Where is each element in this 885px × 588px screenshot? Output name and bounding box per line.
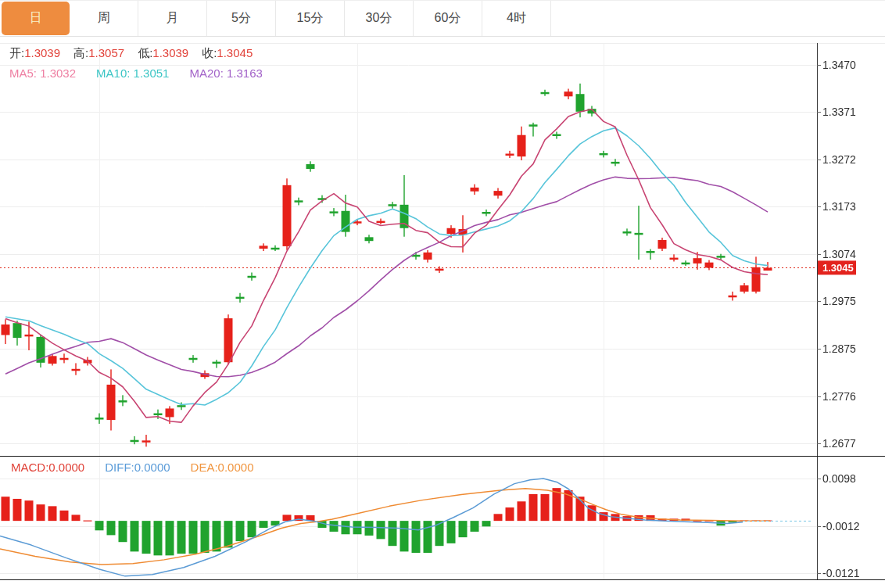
ma5-readout: MA5: 1.3032 (9, 66, 76, 80)
open-value: 1.3039 (24, 46, 60, 59)
close-label: 收: (202, 46, 217, 59)
tab-30min[interactable]: 30分 (345, 1, 414, 36)
tab-4hour[interactable]: 4时 (482, 1, 551, 36)
trading-chart-app: { "tabs": { "items": [ {"label": "日", "a… (0, 0, 885, 588)
ma-readout: MA5: 1.3032MA10: 1.3051MA20: 1.3163 (9, 66, 283, 80)
main-price-chart[interactable] (0, 43, 885, 456)
macd-readout: MACD:0.0000DIFF:0.0000DEA:0.0000 (11, 461, 274, 474)
timeframe-tabs: 日 周 月 5分 15分 30分 60分 4时 (0, 0, 885, 37)
open-label: 开: (9, 46, 24, 59)
dea-value-readout: DEA:0.0000 (191, 461, 254, 474)
tabbar-spacer (551, 1, 885, 36)
close-value: 1.3045 (217, 46, 253, 59)
high-value: 1.3057 (88, 46, 124, 59)
diff-value-readout: DIFF:0.0000 (105, 461, 170, 474)
tab-5min[interactable]: 5分 (207, 1, 276, 36)
ohlc-readout: 开:1.3039高:1.3057低:1.3039收:1.3045 (9, 46, 266, 61)
high-label: 高: (73, 46, 88, 59)
tab-15min[interactable]: 15分 (276, 1, 345, 36)
tab-60min[interactable]: 60分 (414, 1, 482, 36)
tab-week[interactable]: 周 (70, 1, 138, 36)
tab-day[interactable]: 日 (2, 2, 70, 35)
low-value: 1.3039 (152, 46, 188, 59)
macd-value-readout: MACD:0.0000 (11, 461, 84, 474)
ma20-readout: MA20: 1.3163 (189, 66, 262, 80)
macd-indicator-chart[interactable] (0, 456, 885, 588)
low-label: 低: (138, 46, 152, 59)
ma10-readout: MA10: 1.3051 (96, 66, 169, 80)
tab-month[interactable]: 月 (138, 1, 207, 36)
